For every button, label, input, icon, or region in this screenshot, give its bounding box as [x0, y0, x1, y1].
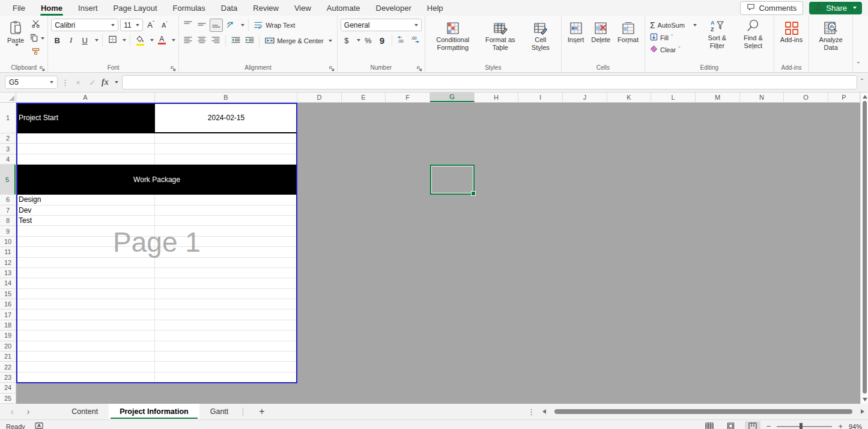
middle-align-button[interactable] [196, 19, 208, 31]
column-header-e[interactable]: E [342, 93, 386, 102]
row-header-2[interactable]: 2 [0, 133, 16, 144]
row-header-11[interactable]: 11 [0, 247, 16, 257]
column-header-m[interactable]: M [696, 93, 740, 102]
alignment-dialog-launcher[interactable] [329, 64, 335, 70]
cell-B13[interactable] [155, 268, 297, 278]
row-header-3[interactable]: 3 [0, 144, 16, 154]
merge-center-button[interactable]: Merge & Center [263, 36, 334, 46]
cell-B22[interactable] [155, 362, 297, 372]
cell-B15[interactable] [155, 289, 297, 299]
cell-A18[interactable] [16, 320, 155, 330]
zoom-in-button[interactable]: + [838, 422, 843, 429]
menu-tab-help[interactable]: Help [419, 0, 451, 16]
cell-A8[interactable]: Test [16, 216, 155, 226]
cell-A22[interactable] [16, 362, 155, 372]
comments-button[interactable]: Comments [740, 1, 803, 15]
row-header-15[interactable]: 15 [0, 289, 16, 299]
top-align-button[interactable] [182, 19, 194, 31]
sort-filter-button[interactable]: AZ Sort & Filterˇ [700, 19, 735, 55]
horizontal-scrollbar[interactable] [548, 409, 858, 415]
clear-button[interactable]: Clearˇ [648, 44, 699, 55]
copy-button[interactable] [29, 32, 44, 44]
cell-B10[interactable] [155, 237, 297, 247]
cell-A12[interactable] [16, 258, 155, 268]
zoom-slider-thumb[interactable] [800, 423, 803, 429]
row-header-20[interactable]: 20 [0, 341, 16, 351]
accessibility-checker-icon[interactable] [35, 422, 43, 429]
cell-B20[interactable] [155, 341, 297, 351]
cell-B14[interactable] [155, 278, 297, 288]
column-header-p[interactable]: P [828, 93, 860, 102]
format-cells-button[interactable]: Formatˇ [615, 19, 642, 49]
cut-button[interactable] [29, 19, 41, 31]
horizontal-scroll-thumb[interactable] [554, 409, 852, 414]
row-header-17[interactable]: 17 [0, 309, 16, 320]
cell-styles-button[interactable]: Cell Stylesˇ [523, 19, 558, 57]
menu-tab-page-layout[interactable]: Page Layout [106, 0, 165, 16]
row-header-6[interactable]: 6 [0, 195, 16, 205]
scroll-left-arrow[interactable] [542, 409, 546, 414]
cell-A10[interactable] [16, 237, 155, 247]
column-header-a[interactable]: A [16, 93, 155, 102]
vertical-scroll-thumb[interactable] [863, 101, 867, 394]
cell-A14[interactable] [16, 278, 155, 288]
row-header-25[interactable]: 25 [0, 394, 16, 404]
vertical-scrollbar[interactable] [860, 93, 868, 404]
column-header-j[interactable]: J [563, 93, 607, 102]
italic-button[interactable]: I [65, 34, 77, 46]
zoom-out-button[interactable]: − [766, 422, 771, 429]
orientation-button[interactable] [225, 19, 237, 31]
zoom-slider[interactable] [777, 426, 832, 427]
decrease-decimal-button[interactable]: .00 [410, 34, 422, 46]
analyze-data-button[interactable]: Analyze Data [812, 19, 849, 53]
cell-A4[interactable] [16, 154, 155, 165]
number-dialog-launcher[interactable] [416, 64, 423, 70]
column-header-g[interactable]: G [430, 93, 475, 102]
row-header-18[interactable]: 18 [0, 320, 16, 330]
cancel-button[interactable]: × [73, 78, 83, 87]
cell-B4[interactable] [155, 154, 297, 165]
fill-button[interactable]: Fillˇ [648, 32, 699, 43]
sheet-canvas[interactable]: Project Start2024-02-15Work PackageDesig… [16, 103, 860, 404]
row-header-5[interactable]: 5 [0, 165, 16, 195]
row-header-8[interactable]: 8 [0, 216, 16, 226]
insert-function-button[interactable]: fx [102, 78, 109, 87]
cell-B18[interactable] [155, 320, 297, 330]
row-header-1[interactable]: 1 [0, 103, 16, 133]
cell-A7[interactable]: Dev [16, 205, 155, 216]
underline-button[interactable]: U [79, 34, 91, 46]
zoom-level[interactable]: 94% [849, 423, 862, 429]
cell-B1[interactable]: 2024-02-15 [155, 103, 297, 132]
find-select-button[interactable]: Find & Selectˇ [736, 19, 771, 55]
menu-tab-formulas[interactable]: Formulas [165, 0, 213, 16]
cell-B11[interactable] [155, 247, 297, 257]
increase-indent-button[interactable] [243, 35, 255, 47]
menu-tab-review[interactable]: Review [245, 0, 287, 16]
cell-A16[interactable] [16, 299, 155, 309]
percent-style-button[interactable]: % [362, 34, 374, 46]
row-header-7[interactable]: 7 [0, 205, 16, 216]
menu-tab-insert[interactable]: Insert [70, 0, 106, 16]
row-header-19[interactable]: 19 [0, 330, 16, 341]
accounting-format-button[interactable]: $ [341, 34, 353, 46]
column-header-o[interactable]: O [784, 93, 828, 102]
align-center-button[interactable] [196, 35, 208, 47]
cell-A17[interactable] [16, 309, 155, 320]
borders-button[interactable] [106, 34, 118, 46]
column-header-h[interactable]: H [475, 93, 518, 102]
align-right-button[interactable] [210, 35, 222, 47]
menu-tab-data[interactable]: Data [213, 0, 245, 16]
clipboard-dialog-launcher[interactable] [39, 64, 46, 70]
row-header-10[interactable]: 10 [0, 237, 16, 247]
cell-B7[interactable] [155, 205, 297, 216]
fill-handle[interactable] [471, 191, 476, 196]
cell-B16[interactable] [155, 299, 297, 309]
comma-style-button[interactable]: 9 [376, 34, 388, 46]
format-painter-button[interactable] [29, 46, 41, 58]
prev-sheet-arrow[interactable]: ‹ [11, 407, 14, 416]
row-header-23[interactable]: 23 [0, 373, 16, 383]
page-break-preview-button[interactable] [745, 421, 760, 429]
row-header-21[interactable]: 21 [0, 351, 16, 362]
expand-formula-bar-button[interactable]: ˇ [861, 81, 863, 84]
sheet-tab-content[interactable]: Content [61, 404, 109, 419]
